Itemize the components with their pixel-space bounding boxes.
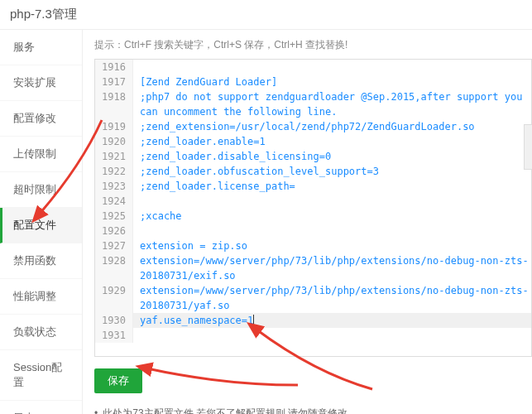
- line-number: 1927: [95, 238, 133, 253]
- code-line[interactable]: 1923;zend_loader.license_path=: [95, 179, 531, 194]
- code-editor[interactable]: 19161917[Zend ZendGuard Loader]1918;php7…: [94, 59, 532, 357]
- line-number: 1924: [95, 194, 133, 209]
- line-number: 1918: [95, 89, 133, 119]
- footnote: •此处为73主配置文件,若您不了解配置规则,请勿随意修改。: [94, 407, 532, 414]
- code-line[interactable]: 1922;zend_loader.obfuscation_level_suppo…: [95, 164, 531, 179]
- line-number: 1919: [95, 119, 133, 134]
- line-content[interactable]: [133, 60, 531, 75]
- line-content[interactable]: ;zend_loader.disable_licensing=0: [133, 149, 531, 164]
- sidebar-item-10[interactable]: 日志: [0, 401, 82, 414]
- line-number: 1929: [95, 283, 133, 313]
- code-line[interactable]: 1921;zend_loader.disable_licensing=0: [95, 149, 531, 164]
- line-number: 1922: [95, 164, 133, 179]
- line-content[interactable]: [133, 328, 531, 343]
- sidebar-item-3[interactable]: 上传限制: [0, 137, 82, 172]
- code-line[interactable]: 1919;zend_extension=/usr/local/zend/php7…: [95, 119, 531, 134]
- sidebar-item-0[interactable]: 服务: [0, 30, 82, 65]
- line-number: 1920: [95, 134, 133, 149]
- line-content[interactable]: [Zend ZendGuard Loader]: [133, 75, 531, 89]
- sidebar-item-2[interactable]: 配置修改: [0, 101, 82, 137]
- sidebar-item-5[interactable]: 配置文件: [0, 208, 82, 243]
- code-line[interactable]: 1927extension = zip.so: [95, 238, 531, 253]
- line-content[interactable]: extension=/www/server/php/73/lib/php/ext…: [133, 283, 531, 313]
- code-line[interactable]: 1929extension=/www/server/php/73/lib/php…: [95, 283, 531, 313]
- line-content[interactable]: [133, 194, 531, 209]
- code-line[interactable]: 1928extension=/www/server/php/73/lib/php…: [95, 253, 531, 283]
- code-line[interactable]: 1931: [95, 328, 531, 343]
- code-line[interactable]: 1926: [95, 224, 531, 238]
- line-number: 1926: [95, 224, 133, 238]
- sidebar-item-1[interactable]: 安装扩展: [0, 65, 82, 101]
- code-line[interactable]: 1925;xcache: [95, 209, 531, 224]
- main-panel: 提示：Ctrl+F 搜索关键字，Ctrl+S 保存，Ctrl+H 查找替换! 1…: [83, 30, 532, 414]
- sidebar-item-7[interactable]: 性能调整: [0, 279, 82, 315]
- sidebar: 服务安装扩展配置修改上传限制超时限制配置文件禁用函数性能调整负载状态Sessio…: [0, 30, 83, 414]
- code-line[interactable]: 1918;php7 do not support zendguardloader…: [95, 89, 531, 119]
- line-content[interactable]: extension=/www/server/php/73/lib/php/ext…: [133, 253, 531, 283]
- code-line[interactable]: 1917[Zend ZendGuard Loader]: [95, 75, 531, 89]
- line-number: 1930: [95, 313, 133, 328]
- right-edge-tab[interactable]: [524, 124, 532, 170]
- code-line[interactable]: 1916: [95, 60, 531, 75]
- code-line[interactable]: 1924: [95, 194, 531, 209]
- save-button[interactable]: 保存: [94, 368, 142, 393]
- line-content[interactable]: ;zend_extension=/usr/local/zend/php72/Ze…: [133, 119, 531, 134]
- line-content[interactable]: ;php7 do not support zendguardloader @Se…: [133, 89, 531, 119]
- sidebar-item-4[interactable]: 超时限制: [0, 172, 82, 208]
- code-line[interactable]: 1930yaf.use_namespace=1: [95, 313, 531, 328]
- line-number: 1921: [95, 149, 133, 164]
- line-content[interactable]: ;xcache: [133, 209, 531, 224]
- line-number: 1931: [95, 328, 133, 343]
- line-number: 1916: [95, 60, 133, 75]
- line-number: 1923: [95, 179, 133, 194]
- line-number: 1925: [95, 209, 133, 224]
- line-content[interactable]: extension = zip.so: [133, 238, 531, 253]
- line-number: 1917: [95, 75, 133, 89]
- sidebar-item-9[interactable]: Session配置: [0, 350, 82, 401]
- line-content[interactable]: ;zend_loader.enable=1: [133, 134, 531, 149]
- window-title: php-7.3管理: [0, 0, 532, 30]
- sidebar-item-8[interactable]: 负载状态: [0, 315, 82, 350]
- sidebar-item-6[interactable]: 禁用函数: [0, 243, 82, 279]
- line-content[interactable]: [133, 224, 531, 238]
- line-content[interactable]: ;zend_loader.license_path=: [133, 179, 531, 194]
- line-content[interactable]: ;zend_loader.obfuscation_level_support=3: [133, 164, 531, 179]
- line-number: 1928: [95, 253, 133, 283]
- line-content[interactable]: yaf.use_namespace=1: [133, 313, 531, 328]
- code-line[interactable]: 1920;zend_loader.enable=1: [95, 134, 531, 149]
- hint-text: 提示：Ctrl+F 搜索关键字，Ctrl+S 保存，Ctrl+H 查找替换!: [94, 38, 532, 52]
